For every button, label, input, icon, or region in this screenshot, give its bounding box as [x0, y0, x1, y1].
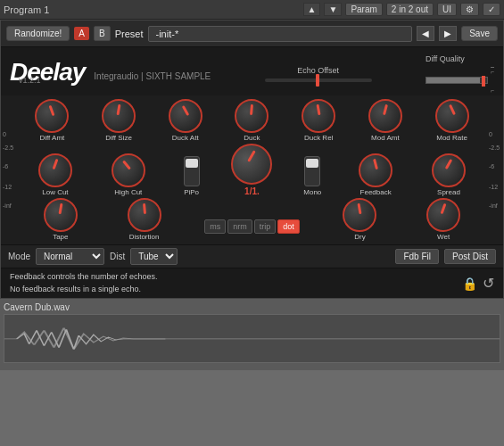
knob-tape-label: Tape: [53, 233, 68, 241]
info-lines: Feedback controls the number of echoes. …: [10, 271, 158, 295]
center-division-knob: 1/1.: [231, 144, 272, 196]
knob-diff-size-control[interactable]: [102, 99, 136, 133]
knob-diff-size: Diff Size: [95, 99, 142, 142]
settings-button[interactable]: ⚙: [460, 3, 479, 16]
knob-spread-control[interactable]: [432, 153, 466, 187]
knobs-row-2: Low Cut High Cut PiPo 1/1.: [19, 144, 485, 196]
mode-select[interactable]: Normal Ping Pong: [36, 248, 104, 265]
knob-diff-amt-control[interactable]: [35, 99, 69, 133]
echo-offset-thumb: [316, 74, 319, 87]
knob-tape-control[interactable]: [44, 198, 78, 232]
dist-select[interactable]: Tube Tape Soft: [130, 248, 178, 265]
time-btn-dot[interactable]: dot: [277, 219, 300, 234]
info-line-1: Feedback controls the number of echoes.: [10, 271, 158, 284]
lock-icon[interactable]: 🔒: [462, 277, 477, 291]
knob-feedback-label: Feedback: [360, 188, 392, 196]
scale-top: ⌐: [491, 67, 494, 75]
knob-duck-att-label: Duck Att: [172, 134, 199, 142]
waveform-svg: [4, 315, 500, 362]
preset-nav-right[interactable]: ▶: [439, 26, 457, 41]
diff-quality-thumb: [482, 76, 485, 87]
ab-button-b[interactable]: B: [94, 26, 111, 41]
right-scale: 0 -2.5 -6 -12 -inf: [487, 95, 503, 244]
knob-high-cut: High Cut: [105, 153, 152, 196]
knob-duck-att: Duck Att: [162, 99, 209, 142]
pipo-label: PiPo: [184, 188, 199, 196]
time-buttons-group: ms nrm trip dot: [204, 219, 300, 241]
knob-duck-rel-label: Duck Rel: [304, 134, 333, 142]
mode-label: Mode: [8, 252, 30, 261]
time-btn-nrm[interactable]: nrm: [227, 219, 252, 234]
info-section: Feedback controls the number of echoes. …: [1, 268, 503, 298]
fdb-fil-button[interactable]: Fdb Fil: [395, 249, 439, 264]
knob-spread-label: Spread: [437, 188, 460, 196]
pipo-toggle[interactable]: PiPo: [178, 156, 205, 196]
preset-name-input[interactable]: [148, 26, 413, 42]
svg-rect-0: [4, 315, 500, 362]
program-title: Program 1: [4, 4, 300, 15]
knob-mod-rate-control[interactable]: [435, 99, 469, 133]
knob-diff-amt-label: Diff Amt: [39, 134, 64, 142]
top-bar: Program 1 ▲ ▼ Param 2 in 2 out UI ⚙ ✓: [0, 0, 504, 20]
diff-quality-fill: [426, 78, 480, 83]
mono-label: Mono: [303, 188, 321, 196]
time-btn-row: ms nrm trip dot: [204, 219, 300, 234]
knob-diff-size-label: Diff Size: [105, 134, 132, 142]
save-button[interactable]: Save: [461, 26, 498, 41]
knob-low-cut-control[interactable]: [38, 153, 72, 187]
param-button[interactable]: Param: [345, 3, 382, 16]
division-knob-control[interactable]: [231, 144, 272, 185]
info-line-2: No feedback results in a single echo.: [10, 284, 158, 296]
waveform-filename: Cavern Dub.wav: [4, 302, 500, 312]
program-up[interactable]: ▲: [303, 3, 321, 16]
post-dist-button[interactable]: Post Dist: [444, 249, 496, 264]
knob-distortion-label: Distortion: [129, 233, 160, 241]
ui-button[interactable]: UI: [437, 3, 457, 16]
preset-nav-left[interactable]: ◀: [417, 26, 434, 41]
echo-offset-slider[interactable]: [265, 78, 372, 82]
knob-mod-amt-label: Mod Amt: [371, 134, 400, 142]
knob-dry-control[interactable]: [343, 198, 376, 232]
preset-label: Preset: [115, 29, 144, 39]
knob-distortion-control[interactable]: [128, 198, 161, 232]
division-label: 1/1.: [244, 186, 260, 196]
knob-spread: Spread: [426, 153, 472, 196]
randomize-button[interactable]: Randomize!: [6, 26, 70, 41]
knob-dry-label: Dry: [354, 233, 365, 241]
knob-high-cut-label: High Cut: [114, 188, 142, 196]
knob-low-cut-label: Low Cut: [42, 188, 68, 196]
knob-wet-control[interactable]: [426, 198, 460, 232]
knob-mod-amt-control[interactable]: [368, 99, 402, 133]
mono-toggle[interactable]: Mono: [299, 156, 326, 196]
knob-low-cut: Low Cut: [32, 153, 78, 196]
knob-mod-amt: Mod Amt: [362, 99, 409, 142]
check-button[interactable]: ✓: [483, 3, 500, 16]
ab-button-a[interactable]: A: [74, 27, 89, 40]
knob-duck-control[interactable]: [235, 99, 269, 133]
knob-duck-att-control[interactable]: [169, 99, 202, 133]
knobs-row-1: Diff Amt Diff Size Duck Att Duck Duck Re…: [19, 99, 485, 142]
plugin-header: Deelay v1.2.1 Integraudio | SIXTH SAMPLE…: [1, 47, 503, 95]
knob-feedback-control[interactable]: [359, 153, 392, 187]
knob-mod-rate: Mod Rate: [429, 99, 475, 142]
pipo-switch[interactable]: [184, 156, 200, 186]
knob-duck-rel-control[interactable]: [302, 99, 335, 133]
diff-quality-slider[interactable]: [426, 77, 488, 84]
plugin-version: v1.2.1: [19, 76, 41, 85]
mono-switch[interactable]: [304, 156, 320, 186]
waveform-display[interactable]: [4, 314, 500, 363]
left-scale: 0 -2.5 -6 -12 -inf: [1, 95, 17, 244]
reset-icon[interactable]: ↺: [483, 275, 494, 292]
preset-bar: Randomize! A B Preset ◀ ▶ Save: [1, 21, 503, 47]
time-btn-ms[interactable]: ms: [204, 219, 226, 234]
waveform-area: Cavern Dub.wav: [0, 299, 504, 370]
mono-switch-btn: [306, 159, 318, 168]
dist-label: Dist: [110, 252, 125, 261]
knob-high-cut-control[interactable]: [112, 153, 145, 187]
knob-diff-amt: Diff Amt: [29, 99, 75, 142]
time-btn-trip[interactable]: trip: [254, 219, 277, 234]
io-button[interactable]: 2 in 2 out: [386, 3, 434, 16]
knob-wet-label: Wet: [437, 233, 450, 241]
program-down[interactable]: ▼: [324, 3, 342, 16]
diff-quality-label: Diff Quality: [426, 54, 465, 63]
